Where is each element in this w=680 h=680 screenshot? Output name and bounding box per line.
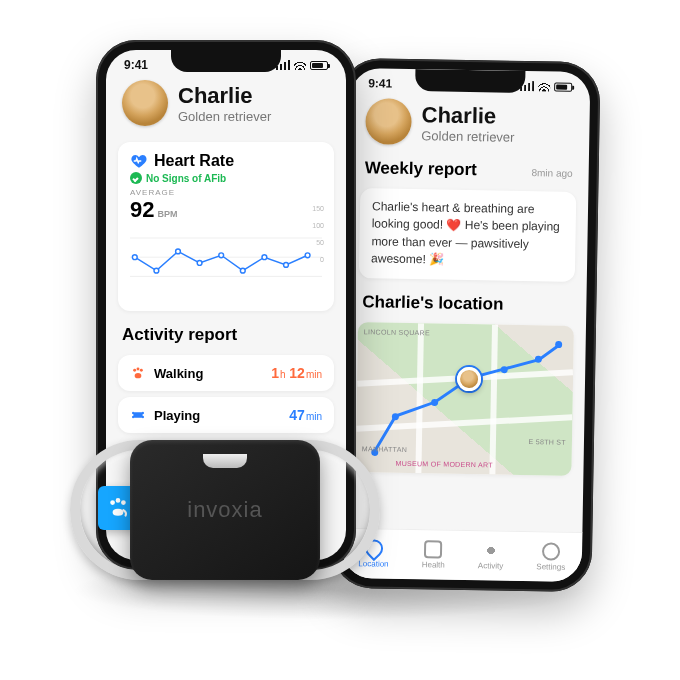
tab-label: Health — [422, 560, 445, 569]
tracker-brand-text: invoxia — [187, 497, 262, 523]
status-time: 9:41 — [124, 58, 148, 72]
svg-point-13 — [137, 368, 140, 371]
y-tick: 0 — [312, 251, 324, 268]
heart-rate-title: Heart Rate — [154, 152, 234, 170]
tab-label: Activity — [478, 561, 503, 570]
pet-breed: Golden retriever — [421, 128, 514, 145]
paw-logo-icon — [105, 495, 131, 521]
svg-point-17 — [117, 499, 120, 502]
svg-point-10 — [284, 262, 289, 267]
activity-label: Walking — [154, 366, 203, 381]
paw-icon — [130, 365, 146, 381]
tracker-button[interactable] — [203, 454, 247, 468]
svg-point-18 — [122, 501, 125, 504]
activity-card-walking[interactable]: Walking 1h 12min — [118, 355, 334, 391]
tracker-body: invoxia — [130, 440, 320, 580]
map-label: LINCOLN SQUARE — [364, 328, 430, 336]
route-dot — [431, 399, 438, 406]
tab-settings[interactable]: Settings — [536, 542, 565, 572]
pet-avatar — [365, 98, 412, 145]
average-label: AVERAGE — [130, 188, 322, 197]
weekly-report-ago: 8min ago — [531, 167, 572, 179]
svg-point-5 — [176, 249, 181, 254]
weekly-report-title: Weekly report — [365, 158, 477, 180]
pet-name: Charlie — [178, 83, 271, 109]
weekly-report-card[interactable]: Charlie's heart & breathing are looking … — [359, 188, 577, 281]
route-dot — [501, 366, 508, 373]
health-icon — [424, 540, 442, 558]
svg-point-8 — [240, 268, 245, 273]
y-tick: 150 — [312, 200, 324, 217]
wifi-icon — [538, 81, 550, 91]
svg-point-4 — [154, 268, 159, 273]
svg-point-6 — [197, 261, 202, 266]
heart-rate-card[interactable]: Heart Rate No Signs of AFib AVERAGE 92 B… — [118, 142, 334, 311]
check-circle-icon — [130, 172, 142, 184]
tab-label: Settings — [536, 562, 565, 572]
svg-point-15 — [135, 373, 142, 378]
battery-icon — [310, 61, 328, 70]
pet-breed: Golden retriever — [178, 109, 271, 124]
route-dot — [535, 356, 542, 363]
profile-row[interactable]: Charlie Golden retriever — [106, 74, 346, 136]
tab-health[interactable]: Health — [422, 540, 446, 569]
svg-point-14 — [140, 369, 143, 372]
svg-point-16 — [111, 501, 114, 504]
profile-row[interactable]: Charlie Golden retriever — [349, 92, 590, 158]
y-tick: 50 — [312, 234, 324, 251]
activity-report-title: Activity report — [106, 317, 346, 349]
pet-avatar — [122, 80, 168, 126]
status-time: 9:41 — [368, 76, 392, 90]
pet-name: Charlie — [421, 102, 515, 130]
svg-point-3 — [132, 255, 137, 260]
svg-point-7 — [219, 253, 224, 258]
average-value: 92 — [130, 197, 154, 223]
svg-point-11 — [305, 253, 310, 258]
battery-icon — [554, 82, 572, 91]
activity-icon — [482, 541, 500, 559]
map-label: E 58TH ST — [529, 438, 566, 446]
afib-status: No Signs of AFib — [146, 173, 226, 184]
notch — [171, 50, 281, 72]
y-tick: 100 — [312, 217, 324, 234]
notch — [415, 69, 525, 93]
wifi-icon — [294, 60, 306, 70]
tracker-device: invoxia — [60, 420, 390, 600]
location-title: Charlie's location — [346, 283, 587, 319]
activity-value: 1h 12min — [271, 365, 322, 381]
status-icons — [276, 58, 328, 72]
route-dot — [555, 341, 562, 348]
tab-activity[interactable]: Activity — [478, 541, 504, 570]
heart-rate-chart — [130, 227, 322, 297]
svg-point-12 — [133, 369, 136, 372]
heart-icon — [130, 152, 148, 170]
gear-icon — [542, 542, 560, 560]
svg-point-9 — [262, 255, 267, 260]
status-icons — [520, 79, 572, 94]
average-unit: BPM — [157, 209, 177, 219]
weekly-report-body: Charlie's heart & breathing are looking … — [371, 198, 564, 271]
